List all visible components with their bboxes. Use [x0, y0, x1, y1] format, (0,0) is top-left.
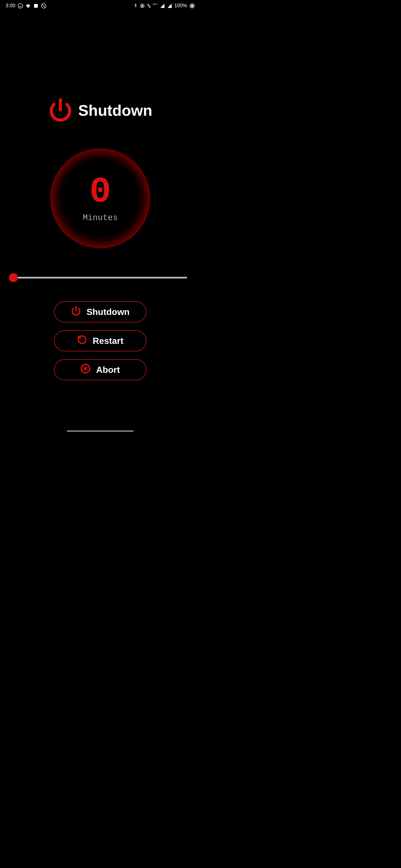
abort-icon: [81, 364, 90, 376]
photo-icon: [33, 3, 39, 8]
dnd-icon: [41, 3, 47, 9]
app-title: Shutdown: [78, 101, 152, 119]
whatsapp-icon: [18, 3, 23, 9]
hotspot-icon: [140, 3, 145, 9]
signal-icon: [160, 3, 165, 8]
svg-point-0: [18, 3, 23, 8]
svg-point-7: [191, 5, 193, 7]
action-buttons: Shutdown Restart Abort: [0, 301, 200, 380]
signal-icon-2: [167, 3, 172, 8]
timer-slider[interactable]: [13, 274, 187, 282]
status-bar-left: 3:00: [6, 3, 47, 9]
power-icon: [48, 98, 73, 123]
battery-icon: [189, 3, 195, 9]
abort-button[interactable]: Abort: [54, 359, 146, 380]
power-icon: [71, 306, 81, 318]
navigation-handle[interactable]: [67, 430, 134, 432]
status-time: 3:00: [6, 3, 15, 9]
slider-track: [13, 277, 187, 278]
restart-button-label: Restart: [93, 336, 123, 346]
data-swap-icon: [147, 4, 151, 8]
timer-unit: Minutes: [83, 213, 118, 223]
shutdown-button[interactable]: Shutdown: [54, 301, 146, 322]
shutdown-button-label: Shutdown: [87, 307, 130, 317]
svg-rect-1: [34, 4, 38, 8]
battery-percent: 100%: [174, 3, 187, 9]
network-type: 4G+: [153, 3, 157, 6]
timer-value: 0: [89, 174, 111, 210]
app-header: Shutdown: [0, 98, 200, 123]
restart-icon: [77, 335, 87, 347]
slider-thumb[interactable]: [9, 273, 18, 282]
restart-button[interactable]: Restart: [54, 330, 146, 351]
discord-icon: [25, 3, 31, 8]
svg-point-4: [141, 5, 143, 6]
timer-display: 0 Minutes: [50, 148, 150, 248]
status-bar: 3:00 4G+ 100%: [0, 0, 200, 11]
bluetooth-icon: [134, 3, 137, 9]
svg-line-3: [42, 4, 46, 7]
abort-button-label: Abort: [96, 365, 120, 375]
status-bar-right: 4G+ 100%: [134, 3, 195, 9]
